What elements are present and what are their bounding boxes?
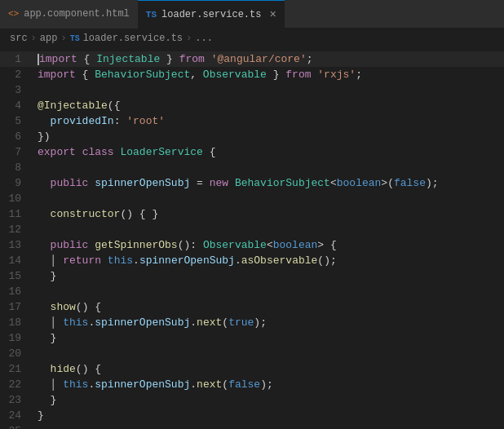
line-11: 11 constructor() { } <box>0 206 504 222</box>
breadcrumb-ts-icon: TS <box>70 34 80 43</box>
breadcrumb-ellipsis: ... <box>195 33 213 44</box>
line-number-9: 9 <box>0 175 34 191</box>
token: Observable <box>203 239 267 251</box>
line-content-18: │ this.spinnerOpenSubj.next(true); <box>34 315 504 330</box>
token: this <box>63 378 88 391</box>
token <box>101 254 108 267</box>
token: @Injectable <box>38 100 108 112</box>
token: } <box>160 53 179 65</box>
line-number-8: 8 <box>0 160 34 175</box>
line-content-13: public getSpinnerObs(): Observable<boole… <box>34 237 504 253</box>
editor: 1import { Injectable } from '@angular/co… <box>0 48 504 429</box>
token: import <box>39 53 77 65</box>
line-20: 20 <box>0 346 504 361</box>
tab-loader-service-label: loader.service.ts <box>161 9 261 20</box>
token: public <box>51 239 89 251</box>
token: asObservable <box>241 254 318 267</box>
html-icon: <> <box>8 9 19 19</box>
token: from <box>285 69 311 81</box>
line-9: 9 public spinnerOpenSubj = new BehaviorS… <box>0 175 504 191</box>
token: () { <box>76 363 101 375</box>
token <box>38 239 51 251</box>
token: () { <box>76 301 101 313</box>
tab-loader-service[interactable]: TS loader.service.ts × <box>138 0 285 29</box>
line-content-9: public spinnerOpenSubj = new BehaviorSub… <box>34 175 504 191</box>
line-22: 22 │ this.spinnerOpenSubj.next(false); <box>0 377 504 392</box>
token: this <box>63 316 88 329</box>
token: ); <box>260 378 273 391</box>
breadcrumb-src: src <box>10 33 28 44</box>
token: │ <box>38 254 63 267</box>
line-3: 3 <box>0 82 504 98</box>
token <box>38 363 51 375</box>
token <box>38 208 51 220</box>
token: { <box>77 53 96 65</box>
token: false <box>394 177 426 189</box>
token: Injectable <box>96 53 160 65</box>
token: < <box>267 239 273 251</box>
line-23: 23 } <box>0 392 504 408</box>
token: BehaviorSubject <box>235 177 330 189</box>
token: false <box>228 378 260 391</box>
token: from <box>179 53 205 65</box>
breadcrumb-sep-1: › <box>31 33 37 44</box>
token: 'rxjs' <box>317 69 356 81</box>
line-number-7: 7 <box>0 144 34 160</box>
token: ( <box>222 378 228 391</box>
token: }) <box>38 130 51 143</box>
token: '@angular/core' <box>211 53 307 65</box>
token: ; <box>307 53 313 65</box>
line-content-23: } <box>34 392 504 408</box>
close-icon[interactable]: × <box>269 9 276 20</box>
token <box>38 177 51 189</box>
breadcrumb-app: app <box>40 33 58 44</box>
token: : <box>114 115 127 127</box>
tab-bar: <> app.component.html TS loader.service.… <box>0 0 504 29</box>
line-content-19: } <box>34 330 504 346</box>
token: providedIn <box>38 115 114 127</box>
line-number-21: 21 <box>0 361 34 377</box>
line-content-11: constructor() { } <box>34 206 504 222</box>
token: . <box>190 378 197 391</box>
line-number-10: 10 <box>0 191 34 206</box>
line-content-2: import { BehaviorSubject, Observable } f… <box>34 67 504 82</box>
token: { <box>203 146 216 158</box>
breadcrumb-sep-3: › <box>186 33 192 44</box>
token: boolean <box>337 177 382 189</box>
token: boolean <box>273 239 318 251</box>
token: (); <box>317 254 336 267</box>
token: hide <box>51 363 76 375</box>
line-number-12: 12 <box>0 222 34 237</box>
token <box>76 146 82 158</box>
line-17: 17 show() { <box>0 299 504 315</box>
line-10: 10 <box>0 191 504 206</box>
line-number-25: 25 <box>0 423 34 429</box>
line-2: 2import { BehaviorSubject, Observable } … <box>0 67 504 82</box>
line-8: 8 <box>0 160 504 175</box>
token: export <box>38 146 76 158</box>
token: return <box>63 254 101 267</box>
line-content-17: show() { <box>34 299 504 315</box>
token: } <box>38 409 44 422</box>
token: BehaviorSubject <box>95 69 190 81</box>
token: spinnerOpenSubj <box>95 316 190 329</box>
token <box>228 177 235 189</box>
line-content-5: providedIn: 'root' <box>34 113 504 129</box>
line-4: 4@Injectable({ <box>0 98 504 113</box>
token: = <box>190 177 209 189</box>
token: ( <box>222 316 228 329</box>
token: () { } <box>120 208 158 220</box>
breadcrumb-sep-2: › <box>60 33 66 44</box>
token: LoaderService <box>120 146 202 158</box>
tab-app-component[interactable]: <> app.component.html <box>0 0 138 29</box>
line-12: 12 <box>0 222 504 237</box>
line-number-17: 17 <box>0 299 34 315</box>
line-19: 19 } <box>0 330 504 346</box>
token: Observable <box>203 69 267 81</box>
line-content-24: } <box>34 408 504 423</box>
breadcrumb: src › app › TS loader.service.ts › ... <box>0 29 504 48</box>
token: public <box>51 177 89 189</box>
line-number-6: 6 <box>0 129 34 144</box>
line-number-1: 1 <box>0 51 34 67</box>
line-5: 5 providedIn: 'root' <box>0 113 504 129</box>
